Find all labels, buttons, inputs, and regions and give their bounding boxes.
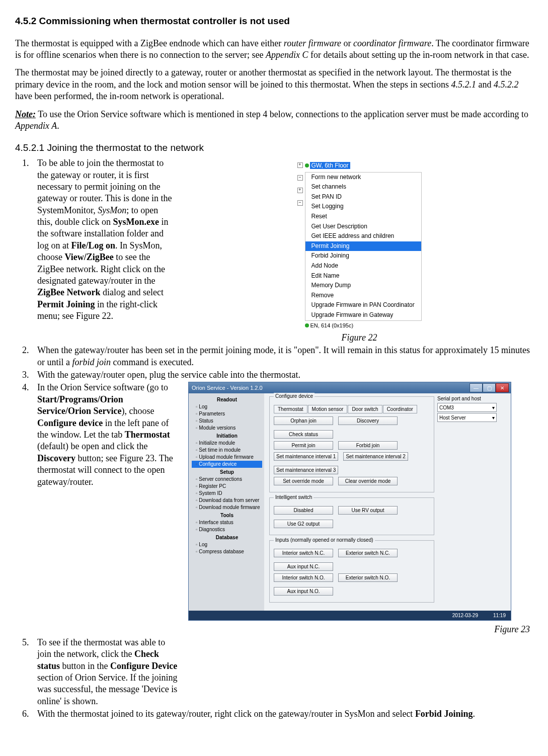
sidebar-item: Upload module firmware (192, 454, 262, 461)
maximize-button: ▢ (483, 383, 496, 392)
sidebar-group-title: Readout (192, 396, 262, 403)
ui-button: Use G2 output (274, 520, 333, 528)
status-time: 11:19 (493, 612, 506, 619)
sidebar-item: Set time in module (192, 447, 262, 454)
sidebar-item: Status (192, 417, 262, 425)
context-menu-item: Memory Dump (305, 281, 421, 291)
s4-b: ), choose (121, 406, 154, 416)
ui-button: Exterior switch N.O. (338, 573, 398, 582)
figure-23: Orion Service - Version 1.2.0 — ▢ ✕ Read… (188, 382, 511, 621)
context-menu-item: Edit Name (305, 271, 421, 281)
s1-b5: Permit Joining (37, 299, 95, 309)
note-a: To use the Orion Service software which … (36, 109, 528, 119)
s1-m5: dialog and select (100, 287, 163, 297)
p1-ital3: Appendix C (266, 50, 308, 60)
tree-node-selected: GW, 6th Floor (310, 162, 350, 169)
s4-b2: Configure device (37, 418, 103, 428)
s4-a: In the Orion Service software (go to (37, 382, 168, 392)
s1-b3: View/ZigBee (64, 252, 113, 262)
node-status-icon (305, 323, 309, 327)
p1-ital2: coordinator firmware (353, 38, 431, 48)
p1-ital1: router firmware (284, 38, 341, 48)
close-button: ✕ (496, 383, 509, 392)
sidebar-item: Compress database (192, 548, 262, 555)
com-value: COM3 (439, 404, 454, 411)
note-label: Note: (15, 109, 36, 119)
step-1: To be able to join the thermostat to the… (31, 157, 533, 344)
context-menu-item: Set channels (305, 182, 421, 192)
sidebar-nav: ReadoutLogParametersStatusModule version… (189, 393, 264, 611)
ui-button: Use RV output (338, 506, 398, 515)
ui-button: Interior switch N.C. (274, 549, 333, 557)
sidebar-item: Log (192, 541, 262, 548)
section-heading: 4.5.2 Commissioning when thermostat cont… (15, 15, 533, 28)
ui-button: Set override mode (274, 477, 333, 485)
ui-button: Disabled (274, 506, 333, 515)
minimize-button: — (469, 383, 483, 392)
sidebar-item: Module versions (192, 425, 262, 432)
context-menu-item: Upgrade Firmware in Gateway (305, 310, 421, 320)
s2-b: command is executed. (111, 357, 194, 367)
sidebar-item: Diagnostics (192, 526, 262, 533)
context-menu-item: Upgrade Firmware in PAN Coordinator (305, 300, 421, 310)
window-titlebar: Orion Service - Version 1.2.0 — ▢ ✕ (189, 382, 511, 393)
sidebar-item: Download data from server (192, 497, 262, 504)
tree-collapse-icon: − (297, 200, 303, 206)
context-menu: Form new networkSet channelsSet PAN IDSe… (305, 172, 422, 321)
figure-23-caption: Figure 23 (188, 624, 530, 635)
tree-collapse-icon: − (297, 175, 303, 181)
s5-c: section of Orion Service. If the joining… (37, 673, 177, 706)
steps-list: To be able to join the thermostat to the… (31, 157, 533, 720)
ui-button: Discovery (338, 416, 398, 425)
ui-button: Set maintenance interval 3 (274, 466, 338, 474)
sidebar-item: Server connections (192, 476, 262, 483)
s4-d: (default) be open and click the (37, 441, 147, 451)
node-status-icon (305, 163, 309, 167)
p1-end: for details about setting up the in-room… (308, 50, 529, 60)
ui-button: Aux input N.C. (274, 562, 333, 571)
context-menu-item: Permit Joining (305, 241, 421, 251)
p2-c: have been performed, the in-room network… (15, 91, 224, 101)
context-menu-item: Reset (305, 212, 421, 222)
chevron-down-icon: ▾ (492, 404, 495, 411)
p2-i2: 4.5.2.2 (494, 79, 519, 90)
context-menu-item: Get User Description (305, 222, 421, 232)
sidebar-item: Configure device (192, 461, 262, 468)
step-5-text: To see if the thermostat was able to joi… (37, 637, 178, 707)
sidebar-group-title: Initiation (192, 433, 262, 439)
step-4: In the Orion Service software (go to Sta… (31, 382, 533, 635)
step-5: To see if the thermostat was able to joi… (31, 637, 533, 707)
configure-device-group: Configure device ThermostatMotion sensor… (269, 396, 434, 492)
sidebar-item: Initialize module (192, 440, 262, 447)
group-legend: Intelligent switch (274, 494, 314, 500)
tab-row: ThermostatMotion sensorDoor switchCoordi… (274, 405, 430, 413)
s1-i1: SysMon (98, 205, 126, 215)
tab: Thermostat (274, 405, 307, 413)
status-date: 2012-03-29 (452, 612, 478, 619)
inputs-group: Inputs (normally opened or normally clos… (269, 540, 434, 603)
context-menu-item: Set PAN ID (305, 192, 421, 202)
p2-b: and (476, 79, 494, 90)
sidebar-item: Interface status (192, 519, 262, 526)
window-title: Orion Service - Version 1.2.0 (192, 384, 263, 391)
step-6: With the thermostat joined to its gatewa… (31, 708, 533, 720)
ui-button: Forbid join (338, 441, 398, 450)
tree-expand-icon: + (297, 188, 303, 193)
s6-a: With the thermostat joined to its gatewa… (37, 709, 415, 719)
context-menu-item: Remove (305, 291, 421, 301)
figure-22-caption: Figure 22 (186, 332, 533, 344)
note-ital: Appendix A (15, 121, 57, 131)
p1-a: The thermostat is equipped with a ZigBee… (15, 38, 284, 48)
figure-22: + − + − GW, 6th Floor Form new networkSe… (297, 162, 422, 329)
intelligent-switch-group: Intelligent switch DisabledUse RV output… (269, 497, 434, 535)
note-paragraph: Note: To use the Orion Service software … (15, 109, 533, 132)
step-3: With the gateway/router open, plug the s… (31, 369, 533, 381)
serial-label: Serial port and host (437, 395, 508, 402)
context-menu-item: Add Node (305, 261, 421, 271)
ui-button: Set maintenance interval 2 (343, 452, 408, 461)
serial-port-panel: Serial port and host COM3▾ Host Server▾ (437, 393, 511, 611)
tree-child-label: EN, 614 (0x195c) (310, 322, 354, 329)
ui-button: Exterior switch N.C. (338, 549, 398, 557)
host-dropdown: Host Server▾ (437, 413, 497, 422)
status-bar: 2012-03-29 11:19 (189, 611, 511, 620)
